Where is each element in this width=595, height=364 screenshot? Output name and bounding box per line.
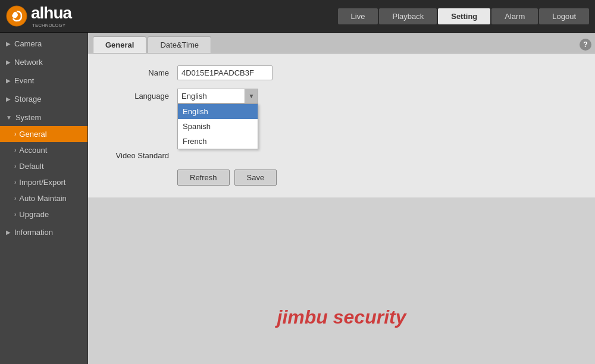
storage-expand-icon: ▶: [6, 96, 11, 102]
sidebar-upgrade-label: Upgrade: [19, 210, 49, 219]
tab-general[interactable]: General: [93, 36, 146, 53]
automaintain-arrow-icon: ›: [14, 195, 16, 202]
logo-sub: TECHNOLOGY: [32, 23, 71, 29]
sidebar-item-default[interactable]: › Default: [0, 158, 87, 174]
network-expand-icon: ▶: [6, 59, 11, 65]
importexport-arrow-icon: ›: [14, 179, 16, 186]
nav-buttons: Live Playback Setting Alarm Logout: [338, 8, 589, 24]
logo-text: alhua: [31, 4, 71, 23]
nav-logout-button[interactable]: Logout: [539, 8, 589, 24]
language-option-english[interactable]: English: [178, 104, 258, 119]
name-label: Name: [106, 68, 177, 77]
sidebar-camera-label: Camera: [14, 39, 42, 48]
dahua-logo-icon: [6, 5, 27, 27]
sidebar-event-label: Event: [14, 76, 34, 85]
tab-datetime[interactable]: Date&Time: [148, 36, 211, 53]
sidebar-item-general[interactable]: › General: [0, 126, 87, 142]
watermark: jimbu security: [277, 306, 406, 328]
nav-alarm-button[interactable]: Alarm: [491, 8, 538, 24]
sidebar-item-camera[interactable]: ▶ Camera: [0, 35, 87, 52]
sidebar-group-camera: ▶ Camera: [0, 35, 87, 52]
system-expand-icon: ▼: [6, 114, 12, 121]
upgrade-arrow-icon: ›: [14, 211, 16, 218]
language-dropdown-arrow[interactable]: ▼: [245, 89, 258, 103]
sidebar-item-event[interactable]: ▶ Event: [0, 72, 87, 89]
sidebar-system-label: System: [15, 113, 41, 122]
sidebar: ▶ Camera ▶ Network ▶ Event ▶ Storage: [0, 33, 88, 364]
event-expand-icon: ▶: [6, 77, 11, 84]
sidebar-item-storage[interactable]: ▶ Storage: [0, 90, 87, 108]
sidebar-group-event: ▶ Event: [0, 72, 87, 89]
sidebar-group-network: ▶ Network: [0, 54, 87, 71]
sidebar-information-label: Information: [14, 228, 53, 237]
language-selected-value: English: [181, 92, 207, 101]
name-row: Name: [106, 65, 577, 80]
sidebar-network-label: Network: [14, 58, 43, 67]
video-standard-label: Video Standard: [106, 151, 177, 160]
account-arrow-icon: ›: [14, 147, 16, 153]
form-buttons: Refresh Save: [106, 170, 577, 186]
refresh-button[interactable]: Refresh: [177, 170, 230, 186]
language-label: Language: [106, 92, 177, 101]
sidebar-group-storage: ▶ Storage: [0, 90, 87, 108]
form-area: Name Language English ▼ English Spanish …: [88, 54, 595, 197]
content-area: General Date&Time ? Name Language Englis…: [88, 33, 595, 364]
sidebar-item-network[interactable]: ▶ Network: [0, 54, 87, 71]
sidebar-account-label: Account: [19, 146, 47, 155]
nav-setting-button[interactable]: Setting: [438, 8, 490, 24]
sidebar-item-upgrade[interactable]: › Upgrade: [0, 206, 87, 222]
sidebar-group-system: ▼ System › General › Account › Default ›…: [0, 109, 87, 222]
language-select-wrapper: English ▼ English Spanish French: [177, 89, 258, 103]
information-expand-icon: ▶: [6, 229, 11, 236]
sidebar-item-system[interactable]: ▼ System: [0, 109, 87, 126]
sidebar-item-auto-maintain[interactable]: › Auto Maintain: [0, 190, 87, 206]
language-option-spanish[interactable]: Spanish: [178, 119, 258, 134]
sidebar-item-import-export[interactable]: › Import/Export: [0, 174, 87, 190]
sidebar-group-information: ▶ Information: [0, 224, 87, 241]
logo-area: alhua TECHNOLOGY: [6, 4, 89, 29]
language-row: Language English ▼ English Spanish Frenc…: [106, 89, 577, 103]
nav-playback-button[interactable]: Playback: [379, 8, 437, 24]
language-dropdown-list: English Spanish French: [177, 103, 258, 149]
language-select[interactable]: English ▼: [177, 89, 258, 103]
general-arrow-icon: ›: [14, 131, 16, 137]
header: alhua TECHNOLOGY Live Playback Setting A…: [0, 0, 595, 33]
name-input[interactable]: [177, 65, 273, 80]
sidebar-general-label: General: [19, 130, 46, 139]
main-layout: ▶ Camera ▶ Network ▶ Event ▶ Storage: [0, 33, 595, 364]
default-arrow-icon: ›: [14, 163, 16, 170]
sidebar-item-information[interactable]: ▶ Information: [0, 224, 87, 241]
language-option-french[interactable]: French: [178, 134, 258, 149]
sidebar-storage-label: Storage: [14, 95, 42, 103]
save-button[interactable]: Save: [234, 170, 277, 186]
sidebar-item-account[interactable]: › Account: [0, 142, 87, 158]
help-icon[interactable]: ?: [580, 39, 591, 51]
sidebar-default-label: Default: [19, 162, 43, 171]
sidebar-importexport-label: Import/Export: [19, 178, 65, 187]
camera-expand-icon: ▶: [6, 40, 11, 47]
sidebar-automaintain-label: Auto Maintain: [19, 194, 67, 203]
tab-bar: General Date&Time ?: [88, 33, 595, 54]
nav-live-button[interactable]: Live: [338, 8, 378, 24]
video-standard-row: Video Standard: [106, 151, 577, 160]
